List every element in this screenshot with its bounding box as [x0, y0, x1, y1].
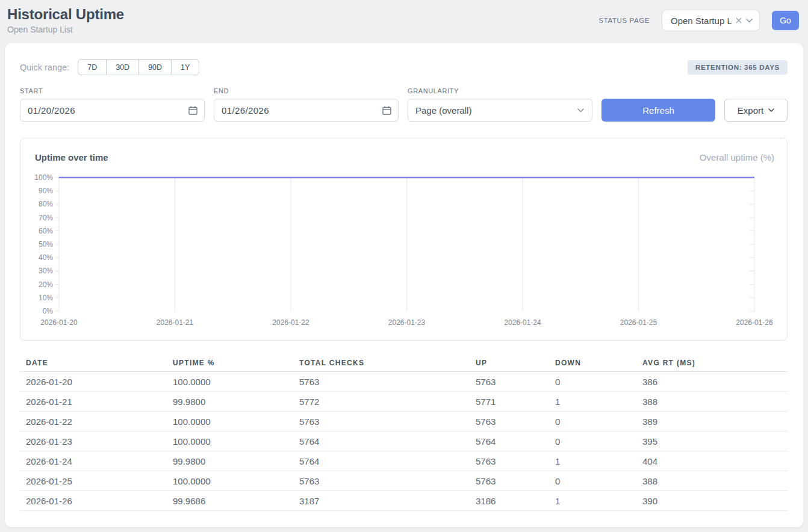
table-header-row: DATEUPTIME %TOTAL CHECKSUPDOWNAVG RT (MS…	[20, 354, 788, 372]
chart-header: Uptime over time Overall uptime (%)	[35, 150, 774, 164]
granularity-label: GRANULARITY	[408, 87, 592, 94]
table-cell: 100.0000	[173, 436, 299, 447]
table-row: 2026-01-23100.0000576457640395	[20, 431, 788, 451]
table-cell: 2026-01-23	[26, 436, 173, 447]
table-cell: 2026-01-22	[26, 416, 173, 427]
chevron-down-icon	[746, 19, 753, 23]
quick-range-button-group: 7D30D90D1Y	[78, 59, 199, 75]
table-cell: 0	[555, 377, 642, 387]
quick-range-button-7d[interactable]: 7D	[78, 59, 107, 75]
table-cell: 99.9686	[173, 496, 299, 506]
table-cell: 2026-01-24	[26, 456, 173, 466]
table-cell: 0	[555, 436, 642, 447]
table-cell: 99.9800	[173, 456, 299, 466]
table-cell: 3187	[299, 496, 476, 506]
granularity-field: GRANULARITY Page (overall)	[408, 87, 592, 122]
page-subtitle: Open Startup List	[7, 24, 124, 35]
chart-ytick-label: 80%	[39, 200, 53, 208]
status-page-selected-value: Open Startup List	[671, 16, 732, 26]
granularity-select[interactable]: Page (overall)	[408, 99, 592, 122]
table-cell: 5764	[299, 456, 476, 466]
table-cell: 5763	[299, 476, 476, 486]
page-title: Historical Uptime	[7, 6, 124, 23]
table-column-header: UP	[476, 359, 555, 367]
table-body: 2026-01-20100.00005763576303862026-01-21…	[20, 372, 788, 511]
start-date-input-box	[20, 99, 205, 122]
table-cell: 5772	[299, 397, 476, 407]
table-cell: 99.9800	[173, 397, 299, 407]
table-row: 2026-01-2699.9686318731861390	[20, 491, 788, 511]
clear-icon[interactable]	[736, 17, 742, 23]
go-button[interactable]: Go	[772, 11, 799, 30]
chart-xtick-label: 2026-01-20	[40, 318, 78, 327]
chart-ytick-label: 60%	[39, 227, 53, 235]
quick-range-button-90d[interactable]: 90D	[138, 59, 172, 75]
table-cell: 2026-01-26	[26, 496, 173, 506]
table-cell: 388	[642, 397, 782, 407]
chart-ytick-label: 30%	[39, 267, 53, 275]
table-column-header: AVG RT (MS)	[642, 359, 782, 367]
table-cell: 1	[555, 496, 642, 506]
chart-xtick-label: 2026-01-25	[620, 318, 657, 327]
start-date-input[interactable]	[20, 105, 204, 116]
table-cell: 5764	[476, 436, 555, 447]
quick-range-button-30d[interactable]: 30D	[106, 59, 139, 75]
chart-legend: Overall uptime (%)	[700, 152, 774, 162]
table-cell: 5763	[476, 476, 555, 486]
table-row: 2026-01-2499.9800576457631404	[20, 451, 788, 471]
calendar-icon[interactable]	[188, 105, 198, 116]
table-cell: 388	[642, 476, 782, 486]
table-row: 2026-01-22100.0000576357630389	[20, 412, 788, 431]
chart-ytick-label: 40%	[39, 253, 53, 262]
end-date-label: END	[214, 87, 399, 94]
table-cell: 5763	[476, 456, 555, 466]
table-cell: 100.0000	[173, 476, 299, 486]
chart-ytick-label: 100%	[35, 173, 53, 182]
uptime-line-chart: 0%10%20%30%40%50%60%70%80%90%100%2026-01…	[35, 170, 775, 333]
status-page-label: STATUS PAGE	[598, 17, 650, 24]
chart-xtick-label: 2026-01-24	[504, 318, 541, 327]
table-cell: 5763	[476, 377, 555, 387]
end-date-input[interactable]	[214, 105, 398, 116]
main-card: Quick range: 7D30D90D1Y RETENTION: 365 D…	[5, 43, 803, 527]
table-cell: 2026-01-25	[26, 476, 173, 486]
calendar-icon[interactable]	[382, 105, 392, 116]
quick-range-button-1y[interactable]: 1Y	[171, 59, 199, 75]
export-button[interactable]: Export	[724, 99, 788, 122]
start-date-label: START	[20, 87, 205, 94]
table-cell: 404	[642, 456, 782, 466]
chart-title: Uptime over time	[35, 152, 108, 162]
chart-card: Uptime over time Overall uptime (%) 0%10…	[20, 138, 788, 341]
chart-xtick-label: 2026-01-22	[272, 318, 309, 327]
table-cell: 389	[642, 416, 782, 427]
table-cell: 0	[555, 476, 642, 486]
table-cell: 386	[642, 377, 782, 387]
status-page-select[interactable]: Open Startup List	[662, 10, 760, 31]
start-date-field: START	[20, 87, 205, 122]
table-column-header: DATE	[26, 359, 173, 367]
chart-ytick-label: 70%	[39, 214, 53, 222]
chart-xtick-label: 2026-01-21	[157, 318, 194, 327]
end-date-input-box	[214, 99, 399, 122]
quick-range-group-wrap: Quick range: 7D30D90D1Y	[20, 59, 199, 75]
table-cell: 1	[555, 397, 642, 407]
table-cell: 5763	[299, 416, 476, 427]
table-cell: 5764	[299, 436, 476, 447]
table-column-header: UPTIME %	[173, 359, 299, 367]
table-cell: 0	[555, 416, 642, 427]
chart-ytick-label: 0%	[43, 307, 54, 315]
table-cell: 100.0000	[173, 377, 299, 387]
controls-row: START END GRANULARITY Page (overall)	[20, 87, 788, 122]
chart-ytick-label: 20%	[39, 280, 53, 289]
end-date-field: END	[214, 87, 399, 122]
chart-ytick-label: 50%	[39, 240, 53, 249]
header-controls: STATUS PAGE Open Startup List Go	[598, 10, 799, 31]
quick-range-row: Quick range: 7D30D90D1Y RETENTION: 365 D…	[20, 59, 788, 75]
refresh-button[interactable]: Refresh	[601, 99, 715, 122]
table-row: 2026-01-20100.0000576357630386	[20, 372, 788, 392]
table-cell: 390	[642, 496, 782, 506]
table-cell: 5763	[476, 416, 555, 427]
page-header: Historical Uptime Open Startup List STAT…	[0, 0, 808, 43]
table-column-header: DOWN	[555, 359, 642, 367]
table-cell: 3186	[476, 496, 555, 506]
